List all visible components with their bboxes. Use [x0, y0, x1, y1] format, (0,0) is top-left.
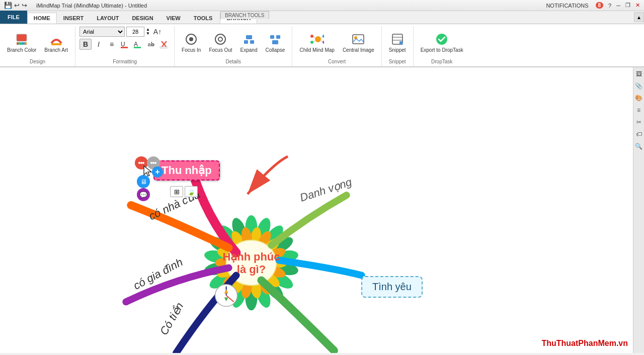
close-btn[interactable]: ✕	[635, 2, 640, 9]
svg-rect-8	[160, 47, 167, 48]
svg-rect-16	[270, 35, 274, 39]
central-image-btn[interactable]: Central Image	[340, 30, 377, 55]
title-icon-undo[interactable]: ↩	[14, 2, 20, 9]
font-name-row: Arial ▲ ▼ A↑	[79, 26, 170, 37]
svg-point-76	[140, 162, 142, 164]
details-buttons: Focus In Focus Out Expand	[179, 26, 288, 59]
ribbon-group-formatting: Arial ▲ ▼ A↑ B I ≡ U A ab̶	[75, 26, 175, 66]
thu-nhap-text: Thu nhập	[162, 164, 212, 176]
branch-tools-label: BRANCH TOOLS	[220, 11, 269, 19]
speech-icon-btn[interactable]: 💬	[137, 188, 150, 201]
focus-out-icon	[213, 32, 227, 46]
svg-rect-18	[272, 40, 278, 44]
sidebar-scissors-icon[interactable]: ✂	[634, 118, 643, 127]
title-icon-save[interactable]: 💾	[4, 2, 12, 9]
svg-point-19	[315, 36, 321, 42]
export-droptask-btn[interactable]: Export to DropTask	[418, 30, 466, 55]
svg-line-24	[313, 37, 315, 38]
italic-btn[interactable]: I	[93, 39, 105, 50]
export-droptask-label: Export to DropTask	[421, 47, 463, 53]
co-tien-label: Có tiền	[157, 300, 186, 337]
thu-nhap-node[interactable]: Thu nhập	[153, 160, 220, 181]
leaf-icon-btn[interactable]: 🍃	[185, 186, 198, 197]
restore-btn[interactable]: ❐	[625, 2, 630, 9]
font-size-spinner[interactable]: ▲ ▼	[146, 28, 150, 36]
ribbon-group-snippet: Snippet Snippet	[382, 26, 414, 66]
collapse-icon-ribbon	[268, 32, 282, 46]
focus-out-btn[interactable]: Focus Out	[206, 30, 235, 55]
title-icon-redo[interactable]: ↪	[22, 2, 27, 9]
node-toolbar	[135, 156, 160, 169]
snippet-label: Snippet	[389, 47, 406, 53]
tab-design[interactable]: DESIGN	[125, 13, 159, 24]
sidebar-image-icon[interactable]: 🖼	[634, 69, 643, 78]
svg-line-27	[321, 41, 323, 42]
notifications-label: NOTIFICATIONS	[546, 3, 588, 9]
canvas-area[interactable]: có nhà cửa Danh vọng có gia đình Có tiền…	[0, 67, 633, 353]
tab-tools[interactable]: TOOLS	[187, 13, 219, 24]
underline-color-btn[interactable]: U	[119, 39, 131, 50]
font-grow-btn[interactable]: A↑	[151, 26, 164, 37]
collapse-icon[interactable]: ▲	[634, 12, 644, 22]
svg-line-25	[313, 41, 315, 42]
font-controls: Arial ▲ ▼ A↑ B I ≡ U A ab̶	[79, 26, 170, 59]
node-menu-gray-btn[interactable]	[147, 156, 160, 169]
svg-rect-28	[353, 35, 364, 44]
snippet-buttons: Snippet	[386, 26, 409, 59]
tab-insert[interactable]: INSERT	[57, 13, 90, 24]
highlight-btn[interactable]: A	[132, 39, 144, 50]
snippet-btn[interactable]: Snippet	[386, 30, 409, 55]
svg-rect-15	[250, 40, 254, 44]
sidebar-search-icon[interactable]: 🔍	[634, 142, 643, 151]
svg-point-79	[152, 162, 154, 164]
child-mind-map-btn[interactable]: Child Mind Map	[296, 30, 337, 55]
notifications-badge[interactable]: 8	[596, 2, 604, 9]
tab-home[interactable]: HOME	[27, 13, 57, 24]
tinh-yeu-text: Tình yêu	[372, 281, 412, 292]
svg-line-26	[321, 37, 323, 38]
central-text-line2: là gì?	[237, 263, 266, 276]
expand-btn[interactable]: Expand	[237, 30, 261, 55]
focus-in-icon	[184, 32, 198, 46]
branch-color-btn[interactable]: Branch Color	[4, 30, 39, 55]
help-btn[interactable]: ?	[608, 3, 611, 9]
bullet-btn[interactable]: ≡	[106, 39, 118, 50]
central-image-label: Central Image	[343, 47, 374, 53]
focus-in-btn[interactable]: Focus In	[179, 30, 204, 55]
svg-text:A: A	[134, 41, 138, 48]
snippet-group-label: Snippet	[389, 59, 406, 64]
sidebar-color-icon[interactable]: 🎨	[634, 94, 643, 103]
title-bar-left: 💾 ↩ ↪ iMindMap Trial (iMindMap Ultimate)…	[4, 2, 147, 9]
branch-art-label: Branch Art	[44, 47, 68, 53]
grid-icon-btn[interactable]: ⊞	[170, 186, 183, 197]
ribbon-tabs-row: BRANCH TOOLS FILE HOME INSERT LAYOUT DES…	[0, 11, 644, 24]
tinh-yeu-node[interactable]: Tình yêu	[361, 276, 423, 298]
window-title: iMindMap Trial (iMindMap Ultimate) - Unt…	[36, 3, 147, 9]
tab-file[interactable]: FILE	[0, 11, 27, 24]
branch-art-btn[interactable]: Branch Art	[41, 30, 71, 55]
svg-point-75	[138, 162, 140, 164]
svg-point-78	[150, 162, 152, 164]
focus-out-label: Focus Out	[209, 47, 232, 53]
node-menu-red-btn[interactable]	[135, 156, 148, 169]
minimize-btn[interactable]: ─	[616, 3, 620, 9]
focus-in-label: Focus In	[182, 47, 201, 53]
strikethrough-btn[interactable]: ab̶	[145, 39, 157, 50]
branch-color-icon	[15, 32, 29, 46]
ribbon-content: Branch Color Branch Art Design Arial	[0, 24, 644, 67]
collapse-btn[interactable]: Collapse	[262, 30, 288, 55]
tab-view[interactable]: VIEW	[160, 13, 187, 24]
sidebar-tag-icon[interactable]: 🏷	[634, 130, 643, 139]
tab-layout[interactable]: LAYOUT	[90, 13, 125, 24]
expand-label: Expand	[240, 47, 258, 53]
sidebar-list-icon[interactable]: ≡	[634, 106, 643, 115]
sidebar-attach-icon[interactable]: 📎	[634, 81, 643, 91]
svg-point-10	[189, 37, 193, 41]
monitor-icon-btn[interactable]: 🖥	[137, 175, 150, 188]
design-group-label: Design	[30, 59, 45, 64]
font-name-select[interactable]: Arial	[79, 27, 125, 37]
font-size-input[interactable]	[126, 27, 144, 37]
bold-btn[interactable]: B	[79, 39, 92, 50]
clear-format-btn[interactable]	[158, 39, 170, 50]
ribbon-group-droptask: Export to DropTask DropTask	[414, 26, 470, 66]
